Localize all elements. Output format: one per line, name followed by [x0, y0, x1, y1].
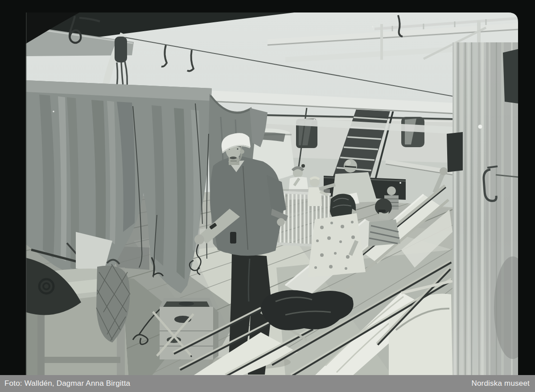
archive-photo-page: Foto: Walldén, Dagmar Anna Birgitta Nord…: [0, 0, 535, 392]
museum-name-text: Nordiska museet: [471, 379, 530, 388]
film-tint: [26, 12, 518, 376]
photo-credit-text: Foto: Walldén, Dagmar Anna Birgitta: [4, 379, 130, 388]
photograph: [0, 0, 535, 392]
caption-bar: Foto: Walldén, Dagmar Anna Birgitta Nord…: [0, 375, 535, 392]
